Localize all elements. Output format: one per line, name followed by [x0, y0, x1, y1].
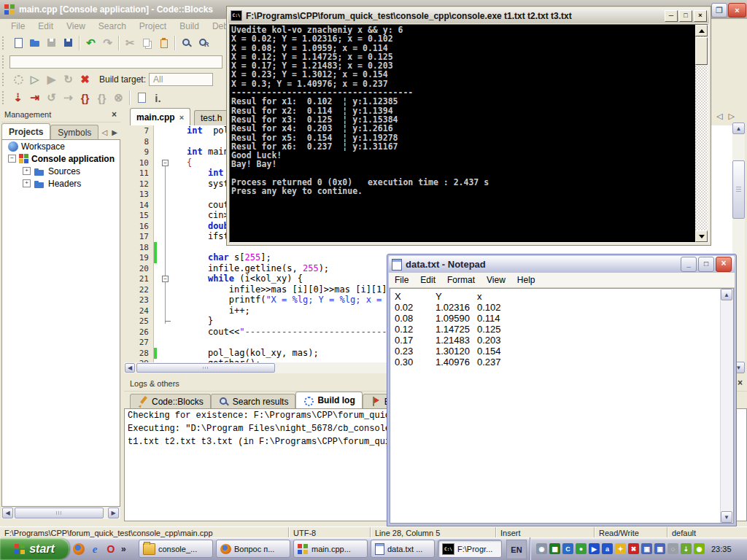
rebuild-icon[interactable]: ↻ — [60, 71, 77, 88]
taskbar-button-main-cpp[interactable]: main.cpp... — [293, 540, 368, 558]
run-icon[interactable]: ▷ — [26, 71, 43, 88]
open-file-icon[interactable] — [26, 35, 43, 51]
scroll-up-icon[interactable] — [695, 25, 708, 36]
copy-icon[interactable] — [139, 35, 155, 51]
tray-nvidia-icon[interactable]: ◉ — [694, 543, 705, 554]
management-close-icon[interactable]: × — [112, 109, 117, 120]
console-titlebar[interactable]: C:\ F:\Programs\CPP\forum_quick_test\con… — [228, 8, 709, 23]
paste-icon[interactable] — [155, 35, 172, 51]
step-into-icon[interactable]: ⇢ — [60, 90, 77, 106]
debug-info-icon[interactable]: i. — [150, 90, 166, 106]
opera-quicklaunch-icon[interactable]: O — [105, 543, 117, 555]
taskbar-button-console[interactable]: console_... — [139, 540, 213, 558]
scroll-up-icon[interactable]: ▲ — [721, 289, 732, 300]
tree-item-sources[interactable]: +Sources — [2, 165, 120, 177]
maximize-button[interactable]: ❐ — [711, 3, 727, 18]
tray-update-icon[interactable]: ⇣ — [681, 543, 692, 554]
debug-windows-icon[interactable] — [133, 90, 150, 106]
notepad-vscrollbar[interactable]: ▲ ▼ — [720, 289, 733, 523]
editor-tab-test-h[interactable]: test.h — [194, 110, 228, 125]
tab-symbols[interactable]: Symbols — [50, 125, 98, 139]
log-tab-code-blocks[interactable]: Code::Blocks — [130, 394, 211, 408]
console-maximize-button[interactable]: □ — [679, 10, 692, 22]
menu-search[interactable]: Search — [92, 21, 133, 31]
scroll-left-icon[interactable]: ◀ — [2, 508, 13, 518]
tray-a-icon[interactable]: a — [602, 543, 613, 554]
tab-scroll-right-icon[interactable]: ▷ — [728, 112, 734, 121]
compiler-combo[interactable] — [9, 55, 222, 69]
notepad-menu-format[interactable]: Format — [441, 275, 481, 285]
tree-item-workspace[interactable]: Workspace — [2, 140, 120, 152]
tray-player-icon[interactable]: ▶ — [589, 543, 600, 554]
menu-edit[interactable]: Edit — [31, 21, 60, 31]
redo-icon[interactable]: ↷ — [99, 35, 116, 51]
taskbar-button-вопрос-п[interactable]: Вопрос п... — [216, 540, 290, 558]
taskbar-button-data-txt[interactable]: data.txt ... — [371, 540, 435, 558]
replace-icon[interactable] — [195, 35, 212, 51]
tray-disc-icon[interactable]: ◌ — [667, 543, 678, 554]
console-minimize-button[interactable]: ─ — [665, 10, 678, 22]
build-icon[interactable] — [9, 71, 26, 88]
tray-network-icon[interactable]: ▣ — [641, 543, 652, 554]
notepad-maximize-button[interactable]: □ — [698, 257, 714, 272]
build-and-run-icon[interactable]: ▶ — [43, 71, 60, 88]
close-button[interactable]: × — [728, 3, 746, 18]
management-hscrollbar[interactable]: ◀ ▶ — [1, 507, 120, 519]
notepad-minimize-button[interactable]: _ — [681, 257, 697, 272]
find-icon[interactable] — [178, 35, 195, 51]
tree-item-headers[interactable]: +Headers — [2, 177, 120, 190]
logs-close-icon[interactable]: × — [738, 378, 743, 388]
new-file-icon[interactable] — [9, 35, 26, 51]
tray-wand-icon[interactable]: ✦ — [615, 543, 626, 554]
firefox-quicklaunch-icon[interactable] — [73, 543, 85, 555]
start-button[interactable]: start — [0, 538, 69, 559]
tray-ccs-icon[interactable]: C — [562, 543, 573, 554]
tab-close-icon[interactable]: × — [179, 113, 184, 122]
stop-debugger-icon[interactable]: ⊗ — [110, 90, 127, 106]
step-over-icon[interactable]: ↺ — [43, 90, 60, 106]
tree-item-console-application[interactable]: −Console application — [2, 152, 120, 165]
notepad-menu-help[interactable]: Help — [511, 275, 541, 285]
ie-quicklaunch-icon[interactable]: e — [89, 543, 101, 555]
notepad-close-button[interactable]: × — [716, 257, 732, 272]
tab-scroll-left-icon[interactable]: ◁ — [716, 112, 722, 121]
save-all-icon[interactable] — [60, 35, 77, 51]
notepad-menu-view[interactable]: View — [481, 275, 511, 285]
save-icon[interactable] — [43, 35, 60, 51]
quicklaunch-overflow-chevron[interactable]: » — [121, 544, 126, 554]
tab-scroll-left-icon[interactable]: ◁ — [102, 128, 108, 136]
scroll-down-icon[interactable] — [695, 230, 708, 242]
scroll-thumb[interactable] — [732, 160, 745, 219]
menu-view[interactable]: View — [60, 21, 92, 31]
menu-file[interactable]: File — [4, 21, 31, 31]
scroll-right-icon[interactable]: ▶ — [108, 508, 119, 518]
scroll-left-icon[interactable]: ◀ — [125, 363, 135, 373]
tab-scroll-right-icon[interactable]: ▶ — [112, 128, 117, 136]
fold-icon[interactable]: − — [162, 160, 169, 166]
console-vscrollbar[interactable] — [695, 25, 708, 242]
tray-volume-icon[interactable]: ◉ — [536, 543, 547, 554]
build-target-combo[interactable]: All — [149, 73, 213, 86]
menu-build[interactable]: Build — [173, 21, 206, 31]
tab-projects[interactable]: Projects — [1, 123, 50, 139]
tray-firewall-icon[interactable]: ✖ — [628, 543, 639, 554]
language-indicator[interactable]: EN — [506, 540, 527, 559]
notepad-menu-file[interactable]: File — [389, 275, 414, 285]
scroll-thumb[interactable] — [15, 508, 104, 518]
editor-tab-main-cpp[interactable]: main.cpp× — [130, 108, 190, 125]
log-tab-build-log[interactable]: Build log — [295, 392, 362, 408]
fold-icon[interactable]: − — [162, 276, 169, 282]
notepad-titlebar[interactable]: data.txt - Notepad _□× — [389, 256, 735, 273]
expander-icon[interactable]: − — [8, 155, 16, 163]
taskbar-clock[interactable]: 23:35 — [711, 545, 738, 553]
undo-icon[interactable]: ↶ — [82, 35, 99, 51]
scroll-up-icon[interactable]: ▲ — [732, 122, 745, 134]
notepad-text-area[interactable]: XYx0.021.023160.1020.081.095900.1140.121… — [390, 288, 734, 524]
run-to-cursor-icon[interactable]: ⇥ — [26, 90, 43, 106]
notepad-menu-edit[interactable]: Edit — [414, 275, 441, 285]
next-instruction-icon[interactable]: {} — [77, 90, 93, 106]
abort-build-icon[interactable]: ✖ — [77, 71, 93, 88]
expander-icon[interactable]: + — [23, 167, 31, 175]
menu-project[interactable]: Project — [133, 21, 173, 31]
debug-continue-icon[interactable]: ⇣ — [9, 90, 26, 106]
